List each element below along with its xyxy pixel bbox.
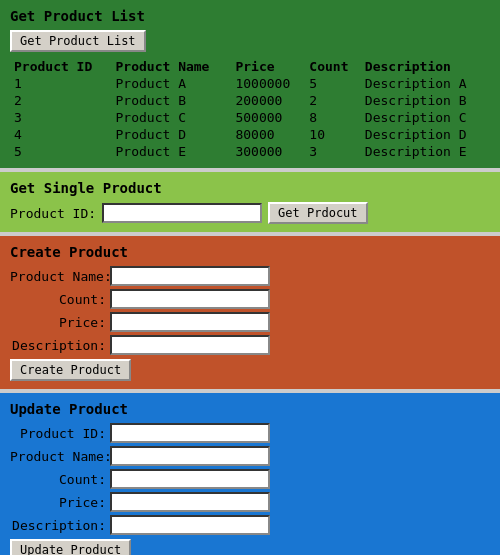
table-cell-name: Product D <box>112 126 232 143</box>
product-id-label: Product ID: <box>10 206 96 221</box>
table-row: 3Product C5000008Description C <box>10 109 490 126</box>
create-price-label: Price: <box>10 315 110 330</box>
update-button[interactable]: Update Product <box>10 539 131 555</box>
get-list-button[interactable]: Get Product List <box>10 30 146 52</box>
col-header-price: Price <box>231 58 305 75</box>
update-title: Update Product <box>10 401 490 417</box>
table-cell-name: Product A <box>112 75 232 92</box>
update-desc-input[interactable] <box>110 515 270 535</box>
table-cell-description: Description B <box>361 92 490 109</box>
get-single-section: Get Single Product Product ID: Get Prdoc… <box>0 172 500 232</box>
update-count-input[interactable] <box>110 469 270 489</box>
get-single-title: Get Single Product <box>10 180 490 196</box>
update-id-input[interactable] <box>110 423 270 443</box>
update-count-row: Count: <box>10 469 490 489</box>
table-row: 5Product E3000003Description E <box>10 143 490 160</box>
table-cell-description: Description A <box>361 75 490 92</box>
table-cell-price: 1000000 <box>231 75 305 92</box>
table-cell-name: Product E <box>112 143 232 160</box>
update-name-input[interactable] <box>110 446 270 466</box>
table-cell-id: 3 <box>10 109 112 126</box>
table-row: 2Product B2000002Description B <box>10 92 490 109</box>
update-name-label: Product Name: <box>10 449 110 464</box>
table-cell-id: 4 <box>10 126 112 143</box>
create-desc-row: Description: <box>10 335 490 355</box>
update-count-label: Count: <box>10 472 110 487</box>
update-price-input[interactable] <box>110 492 270 512</box>
table-cell-name: Product C <box>112 109 232 126</box>
table-cell-count: 5 <box>305 75 360 92</box>
update-name-row: Product Name: <box>10 446 490 466</box>
table-row: 1Product A10000005Description A <box>10 75 490 92</box>
table-cell-id: 2 <box>10 92 112 109</box>
create-title: Create Product <box>10 244 490 260</box>
table-cell-id: 1 <box>10 75 112 92</box>
create-count-input[interactable] <box>110 289 270 309</box>
table-cell-price: 300000 <box>231 143 305 160</box>
product-table: Product ID Product Name Price Count Desc… <box>10 58 490 160</box>
table-cell-price: 200000 <box>231 92 305 109</box>
table-cell-count: 10 <box>305 126 360 143</box>
table-cell-count: 2 <box>305 92 360 109</box>
table-row: 4Product D8000010Description D <box>10 126 490 143</box>
create-name-input[interactable] <box>110 266 270 286</box>
table-cell-price: 80000 <box>231 126 305 143</box>
col-header-count: Count <box>305 58 360 75</box>
create-price-input[interactable] <box>110 312 270 332</box>
col-header-id: Product ID <box>10 58 112 75</box>
table-cell-id: 5 <box>10 143 112 160</box>
create-section: Create Product Product Name: Count: Pric… <box>0 236 500 389</box>
get-single-form: Product ID: Get Prdocut <box>10 202 490 224</box>
update-price-row: Price: <box>10 492 490 512</box>
get-list-title: Get Product List <box>10 8 490 24</box>
update-section: Update Product Product ID: Product Name:… <box>0 393 500 555</box>
table-cell-description: Description D <box>361 126 490 143</box>
table-cell-description: Description C <box>361 109 490 126</box>
create-count-label: Count: <box>10 292 110 307</box>
table-cell-price: 500000 <box>231 109 305 126</box>
table-cell-name: Product B <box>112 92 232 109</box>
create-name-row: Product Name: <box>10 266 490 286</box>
table-cell-count: 8 <box>305 109 360 126</box>
col-header-name: Product Name <box>112 58 232 75</box>
create-name-label: Product Name: <box>10 269 110 284</box>
col-header-desc: Description <box>361 58 490 75</box>
get-list-section: Get Product List Get Product List Produc… <box>0 0 500 168</box>
create-button[interactable]: Create Product <box>10 359 131 381</box>
update-desc-row: Description: <box>10 515 490 535</box>
get-single-button[interactable]: Get Prdocut <box>268 202 367 224</box>
update-desc-label: Description: <box>10 518 110 533</box>
product-id-input[interactable] <box>102 203 262 223</box>
create-desc-label: Description: <box>10 338 110 353</box>
update-id-row: Product ID: <box>10 423 490 443</box>
table-cell-description: Description E <box>361 143 490 160</box>
create-count-row: Count: <box>10 289 490 309</box>
create-price-row: Price: <box>10 312 490 332</box>
update-id-label: Product ID: <box>10 426 110 441</box>
create-desc-input[interactable] <box>110 335 270 355</box>
table-cell-count: 3 <box>305 143 360 160</box>
update-price-label: Price: <box>10 495 110 510</box>
